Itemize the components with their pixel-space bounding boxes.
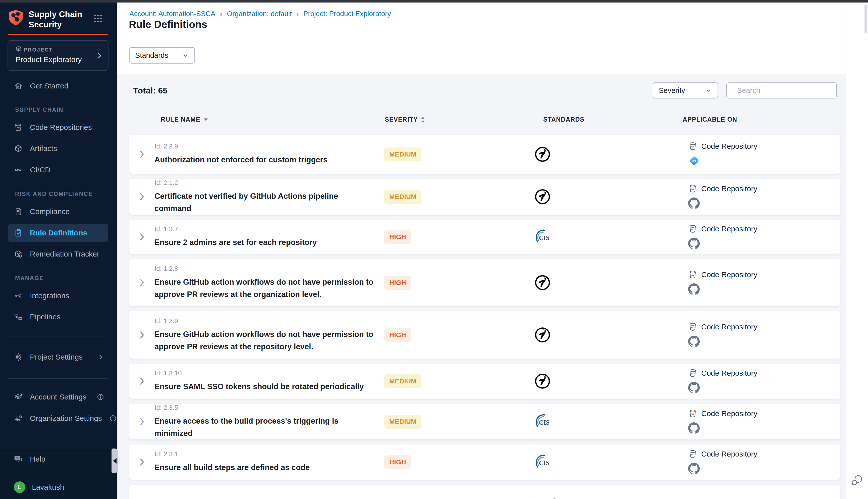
applicable-on-label: Code Repository <box>701 224 757 233</box>
github-icon <box>688 463 700 474</box>
breadcrumb-project-link[interactable]: Project: Product Exploratory <box>303 10 391 18</box>
expand-chevron-icon[interactable] <box>136 149 147 160</box>
svg-text:</>: </> <box>691 413 694 415</box>
column-header-standards[interactable]: STANDARDS <box>543 116 585 123</box>
svg-text:</>: </> <box>16 126 20 129</box>
expand-chevron-icon[interactable] <box>136 231 147 242</box>
sidebar-item-label: Compliance <box>30 207 70 216</box>
column-header-severity[interactable]: SEVERITY <box>385 116 425 123</box>
table-row[interactable]: Id: 1.2.8 Ensure GitHub action workflows… <box>129 259 840 306</box>
rule-id: Id: 2.3.5 <box>154 404 377 412</box>
sidebar-section-manage: MANAGE <box>15 272 44 284</box>
sidebar-item-compliance[interactable]: Compliance <box>8 203 108 220</box>
svg-text:</>: </> <box>692 159 697 163</box>
harness-code-icon: </> <box>688 155 700 167</box>
table-row[interactable]: Id: 1.1.9 HIGH CIS </> Code Repository <box>129 485 840 499</box>
standards-filter-dropdown[interactable]: Standards <box>129 47 195 63</box>
sidebar-item-code-repositories[interactable]: </> Code Repositories <box>8 119 108 136</box>
project-cube-icon <box>15 45 22 52</box>
severity-badge: MEDIUM <box>384 190 421 204</box>
breadcrumb-organization-link[interactable]: Organization: default <box>227 10 292 18</box>
expand-chevron-icon[interactable] <box>136 416 147 427</box>
rule-name[interactable]: Ensure SAML SSO tokens should be rotated… <box>154 381 377 393</box>
project-name: Product Exploratory <box>15 55 82 64</box>
table-row[interactable]: Id: 2.1.2 Certificate not verified by Gi… <box>129 179 840 215</box>
rule-name[interactable]: Authorization not enforced for custom tr… <box>154 154 377 166</box>
svg-text:</>: </> <box>691 453 694 456</box>
rule-name[interactable]: Certificate not verified by GitHub Actio… <box>154 190 377 214</box>
app-window: Supply Chain Security PROJECT Product Ex… <box>0 0 868 499</box>
rule-name[interactable]: Ensure 2 admins are set for each reposit… <box>154 236 377 248</box>
rule-id: Id: 2.1.2 <box>154 179 377 187</box>
expand-chevron-icon[interactable] <box>136 191 147 202</box>
breadcrumb-account-link[interactable]: Account: Automation-SSCA <box>129 10 215 18</box>
table-row[interactable]: Id: 1.2.9 Ensure GitHub action workflows… <box>129 311 840 358</box>
search-input[interactable] <box>737 86 832 95</box>
sort-both-icon <box>421 116 425 123</box>
sidebar-item-artifacts[interactable]: Artifacts <box>8 140 108 157</box>
rule-name[interactable]: Ensure access to the build process's tri… <box>154 415 377 439</box>
support-chat-icon[interactable] <box>850 473 864 487</box>
github-icon <box>688 197 700 209</box>
table-row[interactable]: Id: 1.3.10 Ensure SAML SSO tokens should… <box>129 364 840 399</box>
svg-text:</>: </> <box>691 372 694 375</box>
expand-chevron-icon[interactable] <box>136 329 147 340</box>
expand-chevron-icon[interactable] <box>136 376 147 387</box>
severity-badge: HIGH <box>384 230 411 244</box>
column-header-rule-name[interactable]: RULE NAME <box>161 116 208 123</box>
sidebar-item-project-settings[interactable]: Project Settings <box>8 348 108 366</box>
rule-name[interactable]: Ensure GitHub action workflows do not ha… <box>154 328 377 353</box>
sidebar-item-organization-settings[interactable]: Organization Settings <box>8 410 108 427</box>
sidebar-divider <box>8 378 108 379</box>
sidebar-item-label: Remediation Tracker <box>30 250 99 258</box>
github-icon <box>688 422 700 434</box>
chevron-right-icon <box>96 52 103 60</box>
artifact-cube-icon <box>14 144 23 153</box>
github-icon <box>688 336 700 347</box>
project-label: PROJECT <box>24 47 53 53</box>
column-header-applicable-on[interactable]: APPLICABLE ON <box>683 116 737 123</box>
clipboard-check-icon <box>14 228 23 238</box>
table-row[interactable]: Id: 2.3.1 Ensure all build steps are def… <box>129 445 840 480</box>
sidebar-item-label: Rule Definitions <box>30 229 87 237</box>
table-row[interactable]: Id: 2.3.9 Authorization not enforced for… <box>129 135 840 174</box>
rule-name[interactable]: Ensure GitHub action workflows do not ha… <box>154 276 377 300</box>
sidebar-item-pipelines[interactable]: Pipelines <box>8 308 108 326</box>
severity-filter-dropdown[interactable]: Severity <box>653 82 718 98</box>
table-row[interactable]: Id: 1.3.7 Ensure 2 admins are set for ea… <box>129 220 840 254</box>
help-button[interactable]: ? Help <box>8 451 108 466</box>
severity-filter-label: Severity <box>659 86 685 95</box>
user-menu[interactable]: L Lavakush <box>8 480 108 495</box>
sidebar-item-remediation-tracker[interactable]: Remediation Tracker <box>8 245 108 263</box>
module-grid-icon[interactable] <box>93 14 103 24</box>
sidebar-item-cicd[interactable]: CI/CD <box>8 161 108 179</box>
project-selector[interactable]: PROJECT Product Exploratory <box>8 40 109 71</box>
sidebar-item-label: Integrations <box>30 291 69 300</box>
chevron-right-icon <box>97 353 104 361</box>
sidebar-item-get-started[interactable]: Get Started <box>8 77 108 95</box>
chevron-down-icon <box>182 52 189 59</box>
sidebar-item-account-settings[interactable]: Account Settings <box>8 388 108 406</box>
applicable-on-label: Code Repository <box>701 409 757 418</box>
owasp-icon <box>534 275 550 291</box>
rule-name[interactable]: Ensure all build steps are defined as co… <box>154 462 377 474</box>
severity-badge: MEDIUM <box>384 415 421 429</box>
sidebar-item-label: Code Repositories <box>30 123 92 132</box>
chevron-down-icon <box>705 87 712 94</box>
sidebar-footer: ? Help L Lavakush <box>0 450 117 499</box>
table-row[interactable]: Id: 2.3.5 Ensure access to the build pro… <box>129 404 840 439</box>
search-box <box>726 82 837 98</box>
sidebar-collapse-handle[interactable] <box>112 449 118 473</box>
expand-chevron-icon[interactable] <box>136 277 147 288</box>
sidebar-item-integrations[interactable]: Integrations <box>8 287 108 305</box>
cis-icon: CIS <box>534 229 551 244</box>
table-column-headers: RULE NAME SEVERITY STANDARDS APPLICABLE … <box>129 116 840 126</box>
layers-gear-icon <box>14 392 23 402</box>
sidebar-item-rule-definitions[interactable]: Rule Definitions <box>8 224 108 242</box>
sidebar-item-label: Project Settings <box>30 353 83 361</box>
expand-chevron-icon[interactable] <box>136 457 147 467</box>
scrollbar[interactable] <box>865 4 867 34</box>
app-title: Supply Chain Security <box>29 9 82 30</box>
applicable-on-label: Code Repository <box>701 142 757 150</box>
severity-badge: HIGH <box>384 455 411 469</box>
